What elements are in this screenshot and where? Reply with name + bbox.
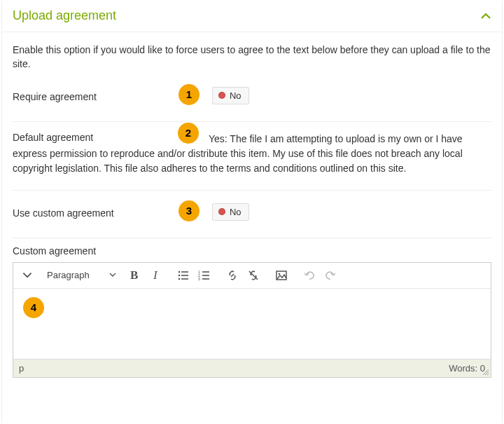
toggle-require-agreement[interactable]: No [212,87,249,104]
editor-status-bar: p Words: 0 [13,359,491,377]
svg-text:3: 3 [198,277,200,281]
label-use-custom-agreement: Use custom agreement [13,203,177,219]
annotation-marker: 4 [23,297,44,318]
resize-grip-icon[interactable] [482,369,489,376]
annotation-marker: 1 [178,84,200,105]
toggle-value: No [230,90,241,101]
toggle-indicator-icon [218,92,225,99]
link-button[interactable] [223,266,242,285]
panel-title: Upload agreement [13,8,116,23]
editor-content-area[interactable]: 4 [13,289,491,338]
bold-button[interactable]: B [125,266,144,285]
label-require-agreement: Require agreement [13,87,177,102]
format-value: Paragraph [47,270,90,280]
toggle-use-custom-agreement[interactable]: No [212,203,249,221]
toggle-value: No [230,207,241,217]
label-custom-agreement: Custom agreement [13,242,491,257]
annotation-marker: 2 [178,123,199,144]
annotation-marker: 3 [178,200,200,221]
svg-rect-7 [202,271,209,273]
svg-point-4 [178,278,180,280]
svg-point-13 [278,273,280,275]
bullet-list-button[interactable] [174,266,193,285]
row-use-custom-agreement: Use custom agreement 3 No [13,191,491,232]
svg-point-0 [178,271,180,273]
panel-header[interactable]: Upload agreement [2,1,502,32]
rich-text-editor: Paragraph B I 123 [13,262,491,378]
redo-button[interactable] [321,266,340,285]
toggle-indicator-icon [218,208,225,215]
svg-point-2 [178,274,180,276]
row-require-agreement: Require agreement 1 No [13,81,491,122]
svg-rect-11 [202,278,209,280]
editor-path[interactable]: p [19,363,24,374]
svg-rect-5 [181,278,188,280]
italic-button[interactable]: I [146,266,165,285]
caret-down-icon [109,270,116,280]
panel-description: Enable this option if you would like to … [13,43,491,71]
unlink-button[interactable] [244,266,263,285]
word-count: Words: 0 [449,363,485,374]
toolbar-expand-icon[interactable] [18,266,37,285]
collapse-icon[interactable] [480,11,491,22]
svg-rect-9 [202,275,209,276]
svg-rect-3 [181,275,188,276]
editor-toolbar: Paragraph B I 123 [13,263,491,289]
svg-rect-1 [181,271,188,273]
undo-button[interactable] [300,266,319,285]
format-select[interactable]: Paragraph [41,266,120,285]
default-agreement-text: Yes: The file I am attempting to upload … [13,132,491,176]
row-default-agreement: 2 Default agreement Yes: The file I am a… [13,122,491,191]
numbered-list-button[interactable]: 123 [195,266,214,285]
image-button[interactable] [272,266,291,285]
